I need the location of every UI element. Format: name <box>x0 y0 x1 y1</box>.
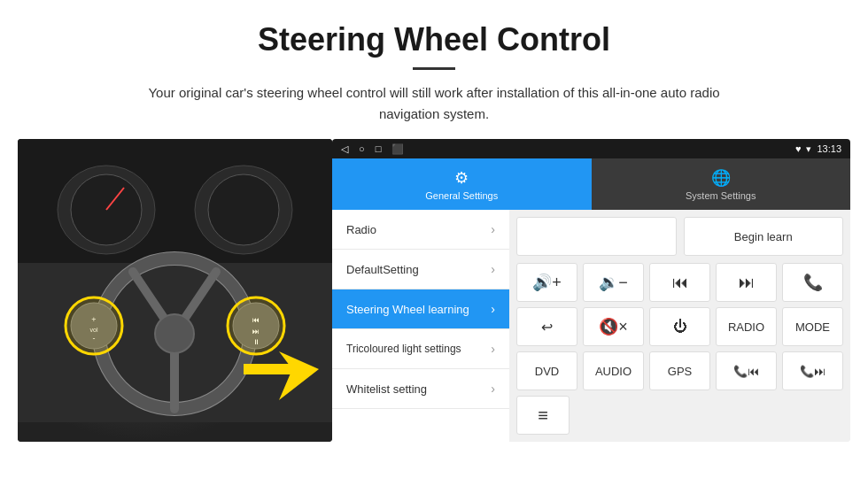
prev-track-button[interactable]: ⏮ <box>649 263 710 302</box>
wifi-icon: ♥ <box>795 143 802 154</box>
home-nav-icon[interactable]: ○ <box>359 143 365 155</box>
android-panel: ◁ ○ □ ⬛ ♥ ▾ 13:13 ⚙ General Settings 🌐 S… <box>332 139 850 442</box>
status-bar-right: ♥ ▾ 13:13 <box>795 143 841 155</box>
tab-system-label: System Settings <box>686 190 756 201</box>
status-bar-left: ◁ ○ □ ⬛ <box>341 143 404 155</box>
menu-tricoloured-arrow: › <box>491 342 495 356</box>
android-body: Radio › DefaultSetting › Steering Wheel … <box>332 210 850 442</box>
tab-system[interactable]: 🌐 System Settings <box>592 158 851 210</box>
menu-whitelist-arrow: › <box>491 382 495 396</box>
dvd-button[interactable]: DVD <box>516 351 577 390</box>
menu-steering-arrow: › <box>491 302 495 316</box>
system-settings-icon: 🌐 <box>711 168 731 188</box>
control-row-2: ↩ 🔇× ⏻ RADIO MODE <box>516 307 843 346</box>
signal-icon: ▾ <box>806 143 811 155</box>
car-image-section: + vol - ⏮ ⏭ ⏸ <box>18 139 332 442</box>
back-nav-icon[interactable]: ◁ <box>341 143 348 155</box>
control-grid: 🔊+ 🔉− ⏮ ⏭ 📞 ↩ 🔇× ⏻ RADIO MODE <box>516 263 843 435</box>
menu-item-radio[interactable]: Radio › <box>332 210 509 250</box>
recent-nav-icon[interactable]: □ <box>376 143 382 155</box>
svg-point-4 <box>208 174 279 245</box>
next-track-button[interactable]: ⏭ <box>716 263 777 302</box>
menu-steering-label: Steering Wheel learning <box>346 303 491 316</box>
right-controls: Begin learn 🔊+ 🔉− ⏮ ⏭ 📞 ↩ 🔇 <box>509 210 850 442</box>
general-settings-icon: ⚙ <box>454 168 469 188</box>
svg-point-12 <box>155 314 194 353</box>
clock: 13:13 <box>817 143 841 154</box>
screenshot-icon[interactable]: ⬛ <box>391 143 404 155</box>
menu-item-default[interactable]: DefaultSetting › <box>332 250 509 289</box>
control-row-1: 🔊+ 🔉− ⏮ ⏭ 📞 <box>516 263 843 302</box>
gps-button[interactable]: GPS <box>649 351 710 390</box>
learn-placeholder <box>516 217 677 256</box>
main-content: + vol - ⏮ ⏭ ⏸ ◁ ○ □ <box>0 139 868 459</box>
car-image-bg: + vol - ⏮ ⏭ ⏸ <box>18 139 332 442</box>
menu-default-arrow: › <box>491 262 495 276</box>
menu-item-steering[interactable]: Steering Wheel learning › <box>332 289 509 329</box>
status-bar: ◁ ○ □ ⬛ ♥ ▾ 13:13 <box>332 139 850 158</box>
svg-rect-24 <box>244 364 292 374</box>
svg-point-22 <box>228 297 284 354</box>
tab-general-label: General Settings <box>425 190 498 201</box>
control-row-3: DVD AUDIO GPS 📞⏮ 📞⏭ <box>516 351 843 390</box>
mute-button[interactable]: 🔇× <box>583 307 644 346</box>
radio-button[interactable]: RADIO <box>716 307 777 346</box>
menu-item-tricoloured[interactable]: Tricoloured light settings › <box>332 329 509 369</box>
page-title: Steering Wheel Control <box>35 21 833 58</box>
header-subtitle: Your original car's steering wheel contr… <box>124 82 744 125</box>
menu-radio-label: Radio <box>346 223 491 236</box>
tab-general[interactable]: ⚙ General Settings <box>332 158 592 210</box>
steering-wheel-svg: + vol - ⏮ ⏭ ⏸ <box>18 139 332 422</box>
menu-radio-arrow: › <box>491 222 495 236</box>
mode-button[interactable]: MODE <box>782 307 843 346</box>
left-menu: Radio › DefaultSetting › Steering Wheel … <box>332 210 509 442</box>
tel-prev-button[interactable]: 📞⏮ <box>716 351 777 390</box>
begin-learn-button[interactable]: Begin learn <box>684 217 844 256</box>
menu-item-whitelist[interactable]: Whitelist setting › <box>332 369 509 409</box>
power-button[interactable]: ⏻ <box>649 307 710 346</box>
tel-next-button[interactable]: 📞⏭ <box>782 351 843 390</box>
menu-whitelist-label: Whitelist setting <box>346 382 491 396</box>
header-divider <box>413 67 455 70</box>
audio-button[interactable]: AUDIO <box>583 351 644 390</box>
menu-tricoloured-label: Tricoloured light settings <box>346 343 491 355</box>
phone-button[interactable]: 📞 <box>782 263 843 302</box>
vol-up-button[interactable]: 🔊+ <box>516 263 577 302</box>
menu-default-label: DefaultSetting <box>346 263 491 276</box>
hang-up-button[interactable]: ↩ <box>516 307 577 346</box>
begin-learn-row: Begin learn <box>516 217 843 256</box>
list-button[interactable]: ≡ <box>516 396 570 435</box>
tab-bar: ⚙ General Settings 🌐 System Settings <box>332 158 850 210</box>
control-row-4: ≡ <box>516 396 843 435</box>
svg-point-21 <box>66 297 122 354</box>
page-header: Steering Wheel Control Your original car… <box>0 0 868 139</box>
vol-down-button[interactable]: 🔉− <box>583 263 644 302</box>
